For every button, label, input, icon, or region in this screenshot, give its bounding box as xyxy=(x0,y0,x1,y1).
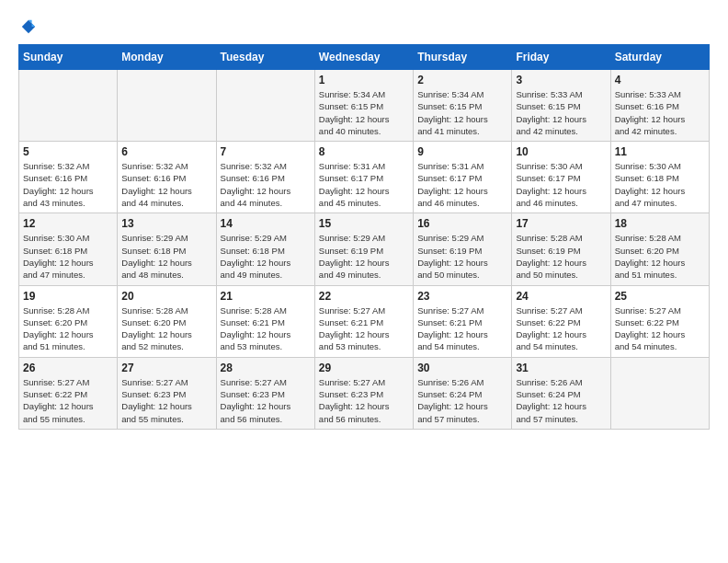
day-cell: 5Sunrise: 5:32 AM Sunset: 6:16 PM Daylig… xyxy=(19,142,118,213)
day-cell: 16Sunrise: 5:29 AM Sunset: 6:19 PM Dayli… xyxy=(414,213,512,285)
day-info: Sunrise: 5:34 AM Sunset: 6:15 PM Dayligh… xyxy=(319,88,409,137)
header-cell-thursday: Thursday xyxy=(414,45,512,70)
day-cell: 15Sunrise: 5:29 AM Sunset: 6:19 PM Dayli… xyxy=(314,213,413,285)
calendar-header: SundayMondayTuesdayWednesdayThursdayFrid… xyxy=(19,45,710,70)
day-number: 1 xyxy=(319,74,409,86)
day-info: Sunrise: 5:27 AM Sunset: 6:21 PM Dayligh… xyxy=(417,304,507,353)
day-number: 26 xyxy=(23,362,113,374)
day-info: Sunrise: 5:31 AM Sunset: 6:17 PM Dayligh… xyxy=(417,160,507,209)
week-row-2: 5Sunrise: 5:32 AM Sunset: 6:16 PM Daylig… xyxy=(19,142,710,213)
day-number: 25 xyxy=(615,290,705,303)
day-number: 3 xyxy=(516,74,606,86)
header-cell-sunday: Sunday xyxy=(19,45,118,70)
day-number: 19 xyxy=(23,290,113,303)
day-cell: 23Sunrise: 5:27 AM Sunset: 6:21 PM Dayli… xyxy=(414,285,512,357)
day-number: 21 xyxy=(221,290,311,303)
header-cell-friday: Friday xyxy=(512,45,610,70)
day-number: 8 xyxy=(319,145,409,158)
day-cell: 18Sunrise: 5:28 AM Sunset: 6:20 PM Dayli… xyxy=(610,213,709,285)
day-info: Sunrise: 5:32 AM Sunset: 6:16 PM Dayligh… xyxy=(221,160,311,209)
day-number: 23 xyxy=(417,290,507,303)
day-number: 6 xyxy=(121,145,211,158)
day-number: 29 xyxy=(319,362,409,374)
day-number: 10 xyxy=(516,145,606,158)
day-number: 12 xyxy=(23,217,113,230)
day-cell: 1Sunrise: 5:34 AM Sunset: 6:15 PM Daylig… xyxy=(314,70,413,142)
day-info: Sunrise: 5:33 AM Sunset: 6:16 PM Dayligh… xyxy=(615,88,705,137)
day-number: 30 xyxy=(417,362,507,374)
day-number: 24 xyxy=(516,290,606,303)
day-cell: 28Sunrise: 5:27 AM Sunset: 6:23 PM Dayli… xyxy=(216,357,314,429)
day-cell xyxy=(19,70,118,142)
day-info: Sunrise: 5:27 AM Sunset: 6:23 PM Dayligh… xyxy=(221,376,311,425)
week-row-4: 19Sunrise: 5:28 AM Sunset: 6:20 PM Dayli… xyxy=(19,285,710,357)
day-number: 7 xyxy=(221,145,311,158)
day-number: 11 xyxy=(615,145,705,158)
day-info: Sunrise: 5:27 AM Sunset: 6:22 PM Dayligh… xyxy=(516,304,606,353)
day-info: Sunrise: 5:28 AM Sunset: 6:20 PM Dayligh… xyxy=(615,232,705,281)
day-cell: 14Sunrise: 5:29 AM Sunset: 6:18 PM Dayli… xyxy=(216,213,314,285)
day-info: Sunrise: 5:29 AM Sunset: 6:18 PM Dayligh… xyxy=(221,232,311,281)
day-cell: 2Sunrise: 5:34 AM Sunset: 6:15 PM Daylig… xyxy=(414,70,512,142)
day-cell: 12Sunrise: 5:30 AM Sunset: 6:18 PM Dayli… xyxy=(19,213,118,285)
day-cell: 20Sunrise: 5:28 AM Sunset: 6:20 PM Dayli… xyxy=(118,285,216,357)
day-info: Sunrise: 5:32 AM Sunset: 6:16 PM Dayligh… xyxy=(23,160,113,209)
day-info: Sunrise: 5:29 AM Sunset: 6:19 PM Dayligh… xyxy=(417,232,507,281)
day-info: Sunrise: 5:27 AM Sunset: 6:22 PM Dayligh… xyxy=(23,376,113,425)
day-cell: 24Sunrise: 5:27 AM Sunset: 6:22 PM Dayli… xyxy=(512,285,610,357)
day-cell: 7Sunrise: 5:32 AM Sunset: 6:16 PM Daylig… xyxy=(216,142,314,213)
day-cell: 31Sunrise: 5:26 AM Sunset: 6:24 PM Dayli… xyxy=(512,357,610,429)
day-number: 9 xyxy=(417,145,507,158)
day-info: Sunrise: 5:27 AM Sunset: 6:23 PM Dayligh… xyxy=(319,376,409,425)
day-number: 13 xyxy=(121,217,211,230)
logo-icon xyxy=(20,18,37,35)
day-cell: 13Sunrise: 5:29 AM Sunset: 6:18 PM Dayli… xyxy=(118,213,216,285)
day-number: 18 xyxy=(615,217,705,230)
day-info: Sunrise: 5:29 AM Sunset: 6:18 PM Dayligh… xyxy=(121,232,211,281)
day-info: Sunrise: 5:30 AM Sunset: 6:17 PM Dayligh… xyxy=(516,160,606,209)
week-row-5: 26Sunrise: 5:27 AM Sunset: 6:22 PM Dayli… xyxy=(19,357,710,429)
day-info: Sunrise: 5:28 AM Sunset: 6:19 PM Dayligh… xyxy=(516,232,606,281)
day-number: 28 xyxy=(221,362,311,374)
day-info: Sunrise: 5:31 AM Sunset: 6:17 PM Dayligh… xyxy=(319,160,409,209)
day-info: Sunrise: 5:27 AM Sunset: 6:21 PM Dayligh… xyxy=(319,304,409,353)
day-cell: 6Sunrise: 5:32 AM Sunset: 6:16 PM Daylig… xyxy=(118,142,216,213)
day-info: Sunrise: 5:26 AM Sunset: 6:24 PM Dayligh… xyxy=(417,376,507,425)
header-cell-monday: Monday xyxy=(118,45,216,70)
day-cell: 11Sunrise: 5:30 AM Sunset: 6:18 PM Dayli… xyxy=(610,142,709,213)
day-cell: 19Sunrise: 5:28 AM Sunset: 6:20 PM Dayli… xyxy=(19,285,118,357)
day-cell: 17Sunrise: 5:28 AM Sunset: 6:19 PM Dayli… xyxy=(512,213,610,285)
day-info: Sunrise: 5:28 AM Sunset: 6:20 PM Dayligh… xyxy=(23,304,113,353)
day-number: 2 xyxy=(417,74,507,86)
day-info: Sunrise: 5:29 AM Sunset: 6:19 PM Dayligh… xyxy=(319,232,409,281)
day-cell: 9Sunrise: 5:31 AM Sunset: 6:17 PM Daylig… xyxy=(414,142,512,213)
day-info: Sunrise: 5:27 AM Sunset: 6:23 PM Dayligh… xyxy=(121,376,211,425)
day-number: 31 xyxy=(516,362,606,374)
day-info: Sunrise: 5:30 AM Sunset: 6:18 PM Dayligh… xyxy=(615,160,705,209)
day-number: 14 xyxy=(221,217,311,230)
day-number: 27 xyxy=(121,362,211,374)
day-number: 22 xyxy=(319,290,409,303)
day-cell xyxy=(216,70,314,142)
day-cell: 3Sunrise: 5:33 AM Sunset: 6:15 PM Daylig… xyxy=(512,70,610,142)
day-info: Sunrise: 5:28 AM Sunset: 6:20 PM Dayligh… xyxy=(121,304,211,353)
day-cell: 22Sunrise: 5:27 AM Sunset: 6:21 PM Dayli… xyxy=(314,285,413,357)
day-number: 4 xyxy=(615,74,705,86)
day-number: 20 xyxy=(121,290,211,303)
day-number: 15 xyxy=(319,217,409,230)
day-number: 5 xyxy=(23,145,113,158)
day-info: Sunrise: 5:30 AM Sunset: 6:18 PM Dayligh… xyxy=(23,232,113,281)
header-cell-saturday: Saturday xyxy=(610,45,709,70)
day-cell: 8Sunrise: 5:31 AM Sunset: 6:17 PM Daylig… xyxy=(314,142,413,213)
day-cell: 26Sunrise: 5:27 AM Sunset: 6:22 PM Dayli… xyxy=(19,357,118,429)
day-cell: 27Sunrise: 5:27 AM Sunset: 6:23 PM Dayli… xyxy=(118,357,216,429)
calendar-table: SundayMondayTuesdayWednesdayThursdayFrid… xyxy=(18,44,710,430)
day-info: Sunrise: 5:34 AM Sunset: 6:15 PM Dayligh… xyxy=(417,88,507,137)
day-cell: 21Sunrise: 5:28 AM Sunset: 6:21 PM Dayli… xyxy=(216,285,314,357)
day-number: 17 xyxy=(516,217,606,230)
day-cell xyxy=(610,357,709,429)
header-cell-tuesday: Tuesday xyxy=(216,45,314,70)
logo xyxy=(18,18,37,35)
header-cell-wednesday: Wednesday xyxy=(314,45,413,70)
day-number: 16 xyxy=(417,217,507,230)
